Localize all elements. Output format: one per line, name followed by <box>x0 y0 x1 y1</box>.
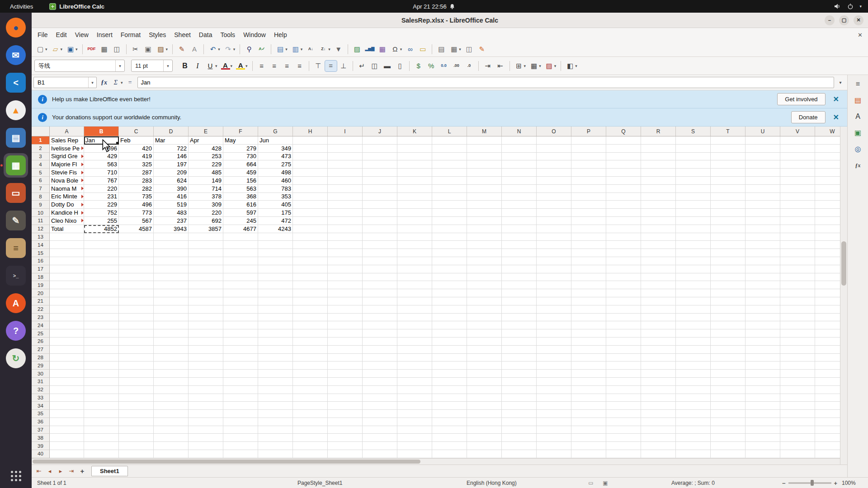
show-draw-functions-button[interactable]: ✎ <box>476 44 488 55</box>
column-header-I[interactable]: I <box>328 127 363 136</box>
cell-C26[interactable] <box>119 338 154 346</box>
cell-H28[interactable] <box>293 354 328 362</box>
cell-K36[interactable] <box>397 418 432 426</box>
cell-A40[interactable] <box>50 450 84 458</box>
cell-J9[interactable] <box>363 201 397 209</box>
cell-S12[interactable] <box>676 225 711 233</box>
cell-D22[interactable] <box>154 305 189 314</box>
row-header-21[interactable]: 21 <box>32 297 50 305</box>
font-color-button[interactable]: A▾ <box>220 61 234 70</box>
cell-C12[interactable]: 4587 <box>119 225 154 233</box>
cell-V4[interactable] <box>780 160 815 169</box>
cell-V11[interactable] <box>780 217 815 225</box>
cell-W28[interactable] <box>815 354 840 362</box>
select-all-corner[interactable] <box>32 127 50 136</box>
cell-P38[interactable] <box>571 434 606 442</box>
cell-E30[interactable] <box>189 370 223 378</box>
cell-A1[interactable]: Sales Rep <box>50 136 84 145</box>
cell-O23[interactable] <box>537 314 571 322</box>
cell-E2[interactable]: 428 <box>189 145 223 153</box>
cell-E11[interactable]: 692 <box>189 217 223 225</box>
cell-W15[interactable] <box>815 249 840 257</box>
cell-F36[interactable] <box>223 418 258 426</box>
cell-S38[interactable] <box>676 434 711 442</box>
cell-M2[interactable] <box>467 145 502 153</box>
function-wizard-button[interactable]: ƒx <box>98 77 110 88</box>
cell-Q25[interactable] <box>606 329 641 338</box>
cell-N13[interactable] <box>502 233 537 241</box>
cell-U16[interactable] <box>745 257 780 265</box>
cell-U19[interactable] <box>745 281 780 289</box>
cell-O36[interactable] <box>537 418 571 426</box>
cell-F20[interactable] <box>223 289 258 297</box>
cell-C1[interactable]: Feb <box>119 136 154 145</box>
selection-mode-icon[interactable]: ▭ <box>586 479 596 488</box>
cell-L38[interactable] <box>432 434 467 442</box>
cell-H17[interactable] <box>293 265 328 273</box>
cell-C6[interactable]: 283 <box>119 177 154 185</box>
cell-V6[interactable] <box>780 177 815 185</box>
terminal-launcher[interactable]: >_ <box>4 263 28 288</box>
donate-button[interactable]: Donate <box>791 111 826 123</box>
cell-M39[interactable] <box>467 442 502 450</box>
cell-E34[interactable] <box>189 402 223 410</box>
cell-G26[interactable] <box>258 338 293 346</box>
cell-D8[interactable]: 416 <box>154 193 189 201</box>
cell-T33[interactable] <box>711 394 745 402</box>
cell-J26[interactable] <box>363 338 397 346</box>
cell-H13[interactable] <box>293 233 328 241</box>
cell-Q32[interactable] <box>606 386 641 394</box>
cell-S34[interactable] <box>676 402 711 410</box>
cell-Q9[interactable] <box>606 201 641 209</box>
cell-L17[interactable] <box>432 265 467 273</box>
row-header-33[interactable]: 33 <box>32 394 50 402</box>
column-header-R[interactable]: R <box>641 127 676 136</box>
cell-B18[interactable] <box>84 273 119 282</box>
cell-O29[interactable] <box>537 361 571 370</box>
column-header-J[interactable]: J <box>363 127 397 136</box>
cell-W18[interactable] <box>815 273 840 282</box>
cell-E7[interactable]: 714 <box>189 185 223 193</box>
cell-J28[interactable] <box>363 354 397 362</box>
cell-P19[interactable] <box>571 281 606 289</box>
cell-L30[interactable] <box>432 370 467 378</box>
cell-H11[interactable] <box>293 217 328 225</box>
cell-U14[interactable] <box>745 241 780 249</box>
cell-W26[interactable] <box>815 338 840 346</box>
cell-S2[interactable] <box>676 145 711 153</box>
cell-F18[interactable] <box>223 273 258 282</box>
zoom-in-button[interactable]: + <box>834 479 838 486</box>
cell-N22[interactable] <box>502 305 537 314</box>
cell-E13[interactable] <box>189 233 223 241</box>
cell-I3[interactable] <box>328 153 363 161</box>
conditional-formatting-button[interactable]: ◧▾ <box>564 61 579 71</box>
cell-S16[interactable] <box>676 257 711 265</box>
cell-R20[interactable] <box>641 289 676 297</box>
cell-W20[interactable] <box>815 289 840 297</box>
cell-M29[interactable] <box>467 361 502 370</box>
cell-T21[interactable] <box>711 297 745 305</box>
cell-E17[interactable] <box>189 265 223 273</box>
cell-N24[interactable] <box>502 321 537 329</box>
cell-C11[interactable]: 567 <box>119 217 154 225</box>
cell-R3[interactable] <box>641 153 676 161</box>
border-style-button-dropdown[interactable]: ▾ <box>539 64 541 68</box>
close-button[interactable]: ✕ <box>854 15 863 25</box>
row-header-2[interactable]: 2 <box>32 145 50 153</box>
format-as-currency-button[interactable]: $ <box>413 61 425 71</box>
cell-F24[interactable] <box>223 321 258 329</box>
row-header-36[interactable]: 36 <box>32 418 50 426</box>
cell-M28[interactable] <box>467 354 502 362</box>
cell-H27[interactable] <box>293 346 328 354</box>
cell-U39[interactable] <box>745 442 780 450</box>
cell-B15[interactable] <box>84 249 119 257</box>
cell-K33[interactable] <box>397 394 432 402</box>
cell-M17[interactable] <box>467 265 502 273</box>
bold-button[interactable]: B <box>179 61 191 71</box>
merge-and-center-button[interactable]: ◫ <box>369 61 381 71</box>
cell-G36[interactable] <box>258 418 293 426</box>
cell-B13[interactable] <box>84 233 119 241</box>
cell-L40[interactable] <box>432 450 467 458</box>
justify-button[interactable]: ≡ <box>294 61 306 71</box>
cell-I28[interactable] <box>328 354 363 362</box>
